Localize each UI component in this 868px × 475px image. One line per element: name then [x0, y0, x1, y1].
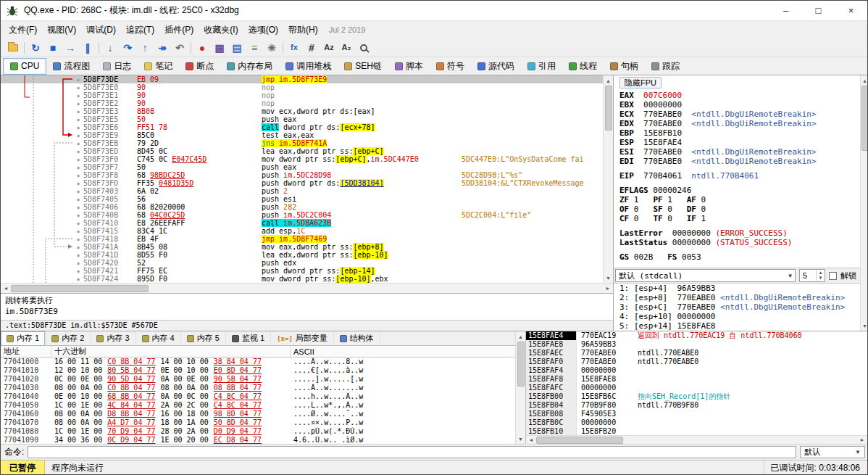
tab-locals[interactable]: [x=]局部变量	[271, 331, 334, 346]
hide-fpu-button[interactable]: 隐藏FPU	[619, 77, 662, 88]
disasm-row[interactable]: ●5D8F73E290nop	[1, 99, 603, 107]
spin-down-icon[interactable]: ▼	[817, 276, 825, 281]
disassembly-view[interactable]: ●5D8F73DEEB 09jmp im.5D8F73E9●5D8F73E090…	[1, 75, 603, 283]
memory-map-button[interactable]: ▦	[212, 40, 228, 56]
scroll-up-arrow[interactable]: ▲	[860, 75, 868, 86]
disasm-row[interactable]: ●5D8F73E6FF51 78call dword ptr ds:[ecx+7…	[1, 123, 603, 131]
menu-item[interactable]: 收藏夹(I)	[199, 22, 243, 38]
menu-item[interactable]: 插件(P)	[159, 22, 199, 38]
breakpoint-dot[interactable]: ●	[73, 179, 83, 187]
tab-references[interactable]: 引用	[521, 58, 562, 75]
tab-call-stack[interactable]: 调用堆栈	[279, 58, 338, 75]
strings-button[interactable]: Az	[321, 40, 337, 56]
breakpoints-button[interactable]: ●	[194, 40, 210, 56]
step-over-button[interactable]: ↷	[120, 40, 135, 56]
calling-convention-select[interactable]: 默认 (stdcall)▼	[615, 269, 796, 282]
maximize-button[interactable]: □	[802, 1, 835, 20]
stack-row[interactable]: 15E8FB04770B9F80ntdll.770B9F80	[526, 401, 867, 410]
stack-row[interactable]: 15E8FAE896A59BB3	[526, 340, 867, 349]
stack-row[interactable]: 15E8FAF400000000	[526, 366, 867, 375]
disasm-row[interactable]: ●5D8F7424895D F0mov dword ptr ss:[ebp-10…	[1, 275, 603, 283]
breakpoint-dot[interactable]: ●	[73, 115, 83, 123]
disasm-row[interactable]: ●5D8F73F0C745 0C E047C45Dmov dword ptr s…	[1, 155, 603, 163]
breakpoint-dot[interactable]: ●	[73, 123, 83, 131]
tab-watch-1[interactable]: 监视 1	[226, 331, 271, 346]
stack-row[interactable]: 15E8FB08F45905E3	[526, 410, 867, 418]
tab-dump-1[interactable]: 内存 1	[1, 331, 46, 346]
disasm-vertical-scrollbar[interactable]: ▲ ▼	[603, 75, 613, 283]
scroll-up-arrow[interactable]: ▲	[516, 331, 526, 342]
run-button[interactable]: →	[62, 40, 78, 56]
breakpoint-dot[interactable]: ●	[73, 275, 83, 283]
tab-source[interactable]: 源代码	[471, 58, 521, 75]
scroll-down-arrow[interactable]: ▼	[516, 434, 526, 444]
breakpoint-dot[interactable]: ●	[73, 139, 83, 147]
stack-row[interactable]: 15E8FAEC770EABE0ntdll.770EABE0	[526, 349, 867, 358]
registers-scrollbar[interactable]: ▲ ▼	[860, 75, 868, 331]
menu-item[interactable]: 选项(O)	[243, 22, 283, 38]
menu-item[interactable]: 帮助(H)	[283, 22, 323, 38]
tab-seh-chain[interactable]: SEH链	[338, 58, 388, 75]
disasm-row[interactable]: ●5D8F741D8D55 F0lea edx,dword ptr ss:[eb…	[1, 251, 603, 259]
stack-row[interactable]: 15E8FB1015E8FB20	[526, 427, 867, 435]
spin-up-icon[interactable]: ▲	[817, 270, 825, 276]
disasm-row[interactable]: ●5D8F73E550push eax	[1, 115, 603, 123]
step-into-button[interactable]: ↓	[102, 40, 118, 56]
disasm-row[interactable]: ●5D8F7410E8 26EEFAFFcall im.5D8A623B	[1, 219, 603, 227]
scroll-down-arrow[interactable]: ▼	[604, 273, 614, 283]
run-to-user-code-button[interactable]: ↠	[154, 40, 170, 56]
tab-memory-map[interactable]: 内存布局	[220, 58, 279, 75]
disasm-row[interactable]: ●5D8F740B68 04C0C25Dpush im.5DC2C0045DC2…	[1, 211, 603, 219]
restart-button[interactable]: ↻	[28, 40, 43, 56]
minimize-button[interactable]: –	[769, 1, 802, 20]
stack-horizontal-scrollbar[interactable]: ◄ ►	[526, 435, 867, 444]
disasm-horizontal-scrollbar[interactable]: ◄ ►	[1, 283, 613, 293]
disasm-row[interactable]: ●5D8F73E090nop	[1, 83, 603, 91]
scroll-left-arrow[interactable]: ◄	[1, 284, 11, 294]
menu-item[interactable]: 追踪(T)	[121, 22, 159, 38]
breakpoint-dot[interactable]: ●	[73, 203, 83, 211]
stack-row[interactable]: 15E8FB0015E8FB6C指向SEH_Record[1]的指针	[526, 392, 867, 401]
breakpoint-dot[interactable]: ●	[73, 259, 83, 267]
spinner-arrows[interactable]: ▲▼	[816, 270, 825, 281]
dump-row[interactable]: 7704106008 00 0A 00D8 8B 04 7716 00 18 0…	[1, 410, 515, 418]
call-stack-button[interactable]: ▤	[229, 40, 245, 56]
breakpoint-dot[interactable]: ●	[73, 75, 83, 83]
open-file-button[interactable]	[5, 40, 21, 56]
tab-trace[interactable]: 跟踪	[645, 58, 686, 75]
breakpoint-dot[interactable]: ●	[73, 251, 83, 259]
menu-item[interactable]: 文件(F)	[4, 22, 42, 38]
registers-view[interactable]: 隐藏FPUEAX 007C6000EBX 00000000ECX 770EABE…	[614, 75, 860, 331]
dump-row[interactable]: 7704103008 00 0A 00C0 8B 04 7708 00 0A 0…	[1, 384, 515, 392]
stack-hscroll-thumb[interactable]	[536, 437, 623, 444]
tab-threads[interactable]: 线程	[562, 58, 604, 75]
dump-row[interactable]: 7704100016 00 11 00C0 8B 04 7714 00 10 0…	[1, 358, 515, 366]
step-back-button[interactable]: ↶	[172, 40, 188, 56]
disasm-row[interactable]: ●5D8F740668 82020000push 282	[1, 203, 603, 211]
tab-dump-2[interactable]: 内存 2	[46, 331, 91, 346]
breakpoint-dot[interactable]: ●	[73, 219, 83, 227]
breakpoint-dot[interactable]: ●	[73, 243, 83, 251]
breakpoint-dot[interactable]: ●	[73, 187, 83, 195]
stack-row[interactable]: 15E8FB0C00000000	[526, 418, 867, 427]
calculator-button[interactable]: fx	[286, 40, 302, 56]
breakpoint-dot[interactable]: ●	[73, 195, 83, 203]
disasm-row[interactable]: ●5D8F73F750push eax	[1, 163, 603, 171]
settings-button[interactable]: ✳	[264, 40, 280, 56]
scroll-down-arrow[interactable]: ▼	[860, 321, 868, 331]
tab-dump-4[interactable]: 内存 4	[136, 331, 181, 346]
dump-row[interactable]: 770410400E 00 10 0068 8B 04 770A 00 0C 0…	[1, 392, 515, 401]
dump-row[interactable]: 770410200C 00 0E 0090 5D 04 770A 00 0E 0…	[1, 375, 515, 384]
disasm-row[interactable]: ●5D8F73FDFF35 0481D35Dpush dword ptr ds:…	[1, 179, 603, 187]
breakpoint-dot[interactable]: ●	[73, 107, 83, 115]
stack-row[interactable]: 15E8FAF815E8FAE8	[526, 375, 867, 384]
scroll-up-arrow[interactable]: ▲	[604, 75, 614, 86]
breakpoint-dot[interactable]: ●	[73, 267, 83, 275]
breakpoint-dot[interactable]: ●	[73, 163, 83, 171]
disasm-row[interactable]: ●5D8F73F868 98BDC25Dpush im.5DC28D985DC2…	[1, 171, 603, 179]
disasm-row[interactable]: ●5D8F740556push esi	[1, 195, 603, 203]
unlock-checkbox[interactable]	[829, 272, 837, 280]
execute-till-return-button[interactable]: ↑	[137, 40, 153, 56]
tab-dump-5[interactable]: 内存 5	[181, 331, 226, 346]
assemble-button[interactable]: #	[304, 40, 320, 56]
